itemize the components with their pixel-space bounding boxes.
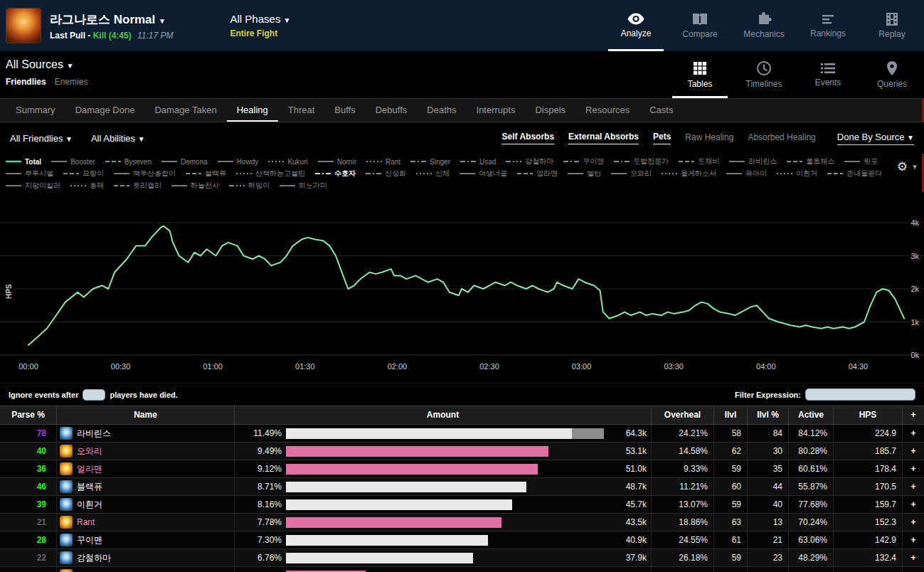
column-header-active[interactable]: Active (789, 406, 834, 424)
tab-casts[interactable]: Casts (639, 99, 683, 122)
tab-damage-done[interactable]: Damage Done (65, 99, 145, 122)
nav-compare[interactable]: Compare (668, 0, 732, 51)
ilvl-percent[interactable]: 23 (748, 549, 789, 566)
toggle-pets[interactable]: Pets (653, 132, 671, 144)
tab-dispels[interactable]: Dispels (525, 99, 575, 122)
legend-item[interactable]: 라비린스 (729, 157, 777, 166)
fight-selector[interactable]: 라그나로스 Normal ▼ (50, 11, 174, 28)
parse-percent[interactable]: 22 (0, 549, 57, 566)
ilvl-percent[interactable]: 21 (748, 531, 789, 549)
tab-threat[interactable]: Threat (278, 99, 325, 122)
legend-item[interactable]: Singer (410, 158, 450, 166)
done-by-source-dropdown[interactable]: Done By Source ▼ (837, 132, 914, 145)
parse-percent[interactable]: 28 (0, 531, 57, 549)
ilvl-percent[interactable]: 84 (748, 425, 789, 442)
all-friendlies-dropdown[interactable]: All Friendlies ▼ (10, 133, 73, 144)
tab-buffs[interactable]: Buffs (324, 99, 365, 122)
legend-item[interactable]: Howdy (218, 158, 259, 166)
legend-item[interactable]: 강철하마 (506, 157, 553, 166)
expand-row-button[interactable]: + (903, 567, 924, 572)
player-name[interactable]: 블랙퓨 (77, 481, 102, 493)
tab-interrupts[interactable]: Interrupts (467, 99, 526, 122)
parse-percent[interactable]: 39 (0, 496, 57, 513)
legend-item[interactable]: 총재 (70, 181, 104, 191)
parse-percent[interactable]: 21 (0, 514, 57, 531)
expand-row-button[interactable]: + (903, 443, 924, 460)
legend-item[interactable]: 룰트체스 (787, 157, 834, 166)
legend-item[interactable]: 울게하소서 (662, 169, 716, 179)
ilvl-percent[interactable]: 44 (748, 478, 789, 495)
legend-item[interactable]: Usad (460, 158, 496, 166)
nav-analyze[interactable]: Analyze (604, 0, 668, 51)
view-queries[interactable]: Queries (860, 51, 924, 98)
hps-line-chart[interactable]: 0k1k2k3k4k00:0000:3001:0001:3002:0002:30… (0, 192, 924, 383)
toggle-absorbed-healing[interactable]: Absorbed Healing (748, 132, 815, 144)
chevron-down-icon[interactable]: ▼ (911, 163, 918, 171)
player-name[interactable]: 꾸이맨 (77, 534, 102, 546)
expand-row-button[interactable]: + (903, 425, 924, 442)
amount-bar[interactable] (286, 482, 604, 492)
player-name[interactable]: 얼라맨 (77, 463, 102, 475)
column-header-overheal[interactable]: Overheal (652, 406, 714, 424)
nav-mechanics[interactable]: Mechanics (732, 0, 796, 51)
legend-item[interactable]: Kukuri (268, 158, 307, 166)
tab-damage-taken[interactable]: Damage Taken (144, 99, 226, 122)
legend-item[interactable]: 도채비 (679, 157, 719, 166)
friendlies-toggle[interactable]: Friendlies (6, 77, 46, 87)
enemies-toggle[interactable]: Enemies (55, 77, 88, 87)
amount-bar[interactable] (286, 428, 604, 439)
all-abilities-dropdown[interactable]: All Abilities ▼ (91, 133, 145, 144)
filter-expression-input[interactable] (805, 388, 915, 401)
amount-bar[interactable] (286, 464, 604, 475)
tab-debuffs[interactable]: Debuffs (366, 99, 418, 122)
player-name[interactable]: 강철하마 (77, 552, 111, 564)
ilvl-percent[interactable]: 4 (748, 567, 789, 572)
legend-item[interactable]: 지팡이킬러 (6, 181, 60, 191)
ilvl-percent[interactable]: 35 (748, 460, 789, 477)
legend-item[interactable]: Demona (161, 158, 208, 166)
legend-item[interactable]: 야생너굴 (460, 169, 507, 179)
legend-item[interactable]: 도발전문가 (614, 157, 669, 166)
boss-icon[interactable] (6, 8, 41, 43)
legend-item[interactable]: 므랑이 (63, 169, 104, 179)
legend-item[interactable]: Total (6, 158, 41, 166)
legend-item[interactable]: 이흰거 (777, 169, 817, 179)
expand-row-button[interactable]: + (903, 460, 924, 477)
legend-item[interactable]: 산책하는고블린 (236, 169, 305, 179)
nav-replay[interactable]: Replay (860, 0, 924, 51)
column-header-amount[interactable]: Amount (235, 406, 652, 424)
toggle-raw-healing[interactable]: Raw Healing (685, 132, 733, 144)
legend-item[interactable]: 수호자 (315, 169, 356, 179)
toggle-self-absorbs[interactable]: Self Absorbs (501, 132, 554, 144)
tab-resources[interactable]: Resources (575, 99, 639, 122)
tab-deaths[interactable]: Deaths (417, 99, 466, 122)
amount-bar[interactable] (286, 517, 604, 528)
expand-row-button[interactable]: + (903, 496, 924, 513)
legend-item[interactable]: 엘턴 (568, 169, 601, 179)
player-name[interactable]: 신성화 (77, 570, 102, 572)
legend-item[interactable]: 하늘천사 (171, 181, 219, 191)
legend-item[interactable]: 신성화 (366, 169, 406, 179)
amount-bar[interactable] (286, 446, 604, 457)
expand-row-button[interactable]: + (903, 478, 924, 495)
view-events[interactable]: Events (796, 51, 860, 98)
expand-row-button[interactable]: + (903, 531, 924, 549)
legend-item[interactable]: Booster (51, 158, 95, 166)
player-name[interactable]: 라비린스 (77, 428, 111, 440)
deaths-count-input[interactable] (83, 389, 105, 401)
column-header-[interactable]: + (903, 406, 924, 424)
legend-item[interactable]: 백두산총잡이 (114, 169, 176, 179)
legend-item[interactable]: Rant (366, 158, 400, 166)
all-sources-dropdown[interactable]: All Sources ▼ (6, 58, 87, 71)
ilvl-percent[interactable]: 13 (748, 514, 789, 531)
expand-row-button[interactable]: + (903, 514, 924, 531)
legend-item[interactable]: 유아이 (726, 169, 767, 179)
ilvl-percent[interactable]: 40 (748, 496, 789, 513)
player-name[interactable]: Rant (77, 517, 95, 527)
column-header-parse[interactable]: Parse % (0, 406, 57, 424)
column-header-hps[interactable]: HPS (834, 406, 903, 424)
view-timelines[interactable]: Timelines (732, 51, 796, 98)
column-header-ilvl[interactable]: Ilvl (714, 406, 748, 424)
ilvl-percent[interactable]: 30 (748, 443, 789, 460)
amount-bar[interactable] (286, 499, 604, 510)
